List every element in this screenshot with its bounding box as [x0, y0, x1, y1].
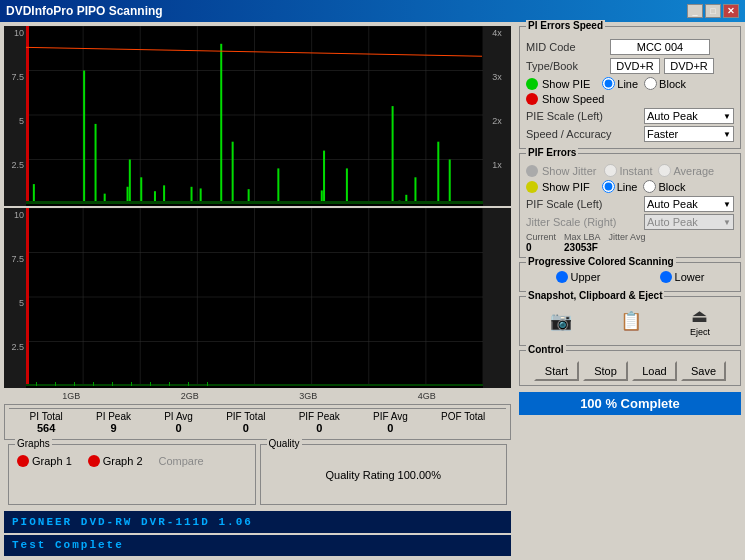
instant-radio: Instant	[604, 164, 652, 177]
progress-bar: 100 % Complete	[519, 392, 741, 415]
graph1-dot	[17, 455, 29, 467]
lower-dot	[660, 271, 672, 283]
pif-errors-section: PIF Errors Show Jitter Instant Average S…	[519, 153, 741, 258]
pif-scale-arrow: ▼	[723, 200, 731, 209]
max-lba-stat: Max LBA 23053F	[564, 232, 601, 253]
pie-right-axis-2x: 2x	[492, 116, 502, 126]
window-controls[interactable]: _ □ ✕	[687, 4, 739, 18]
quality-rating: Quality Rating 100.00%	[325, 469, 441, 481]
snapshot-section: Snapshot, Clipboard & Eject 📷 📋 ⏏ Eject	[519, 296, 741, 346]
prog-scan-section: Progressive Colored Scanning Upper Lower	[519, 262, 741, 292]
pif-y-5: 5	[19, 298, 24, 308]
pie-y-10: 10	[14, 28, 24, 38]
current-label: Current	[526, 232, 556, 242]
show-jitter-label: Show Jitter	[542, 165, 596, 177]
dvd-type-row: DVD+R DVD+R	[610, 58, 714, 74]
eject-button[interactable]: ⏏ Eject	[690, 305, 710, 337]
save-button[interactable]: Save	[681, 361, 726, 381]
upper-dot	[556, 271, 568, 283]
control-title: Control	[526, 344, 566, 355]
average-radio: Average	[658, 164, 714, 177]
show-pif-row: Show PIF Line Block	[526, 180, 734, 193]
pi-avg-label: PI Avg	[164, 411, 193, 422]
show-pif-label: Show PIF	[542, 181, 590, 193]
pie-right-axis-3x: 3x	[492, 72, 502, 82]
x-axis-3gb: 3GB	[299, 391, 317, 401]
window-title: DVDInfoPro PIPO Scanning	[6, 4, 163, 18]
stats-row: Current 0 Max LBA 23053F Jitter Avg	[526, 232, 734, 253]
right-panel: PI Errors Speed MID Code MCC 004 Type/Bo…	[515, 22, 745, 560]
speed-acc-dropdown[interactable]: Faster ▼	[644, 126, 734, 142]
pioneer-display-1: PIONEER DVD-RW DVR-111D 1.06	[4, 511, 511, 532]
x-axis-2gb: 2GB	[181, 391, 199, 401]
type-book-val1: DVD+R	[610, 58, 660, 74]
current-stat: Current 0	[526, 232, 556, 253]
clipboard-button[interactable]: 📋	[620, 310, 642, 332]
pie-scale-row: PIE Scale (Left) Auto Peak ▼	[526, 108, 734, 124]
mid-code-row: MID Code MCC 004	[526, 39, 734, 55]
graphs-label: Graphs	[15, 438, 52, 449]
control-section: Control Start Stop Load Save	[519, 350, 741, 386]
pif-canvas	[4, 208, 511, 386]
jitter-scale-row: Jitter Scale (Right) Auto Peak ▼	[526, 214, 734, 230]
eject-label: Eject	[690, 327, 710, 337]
pie-chart: 4x 3x 2x 1x 10 7.5 5 2.5	[4, 26, 511, 206]
show-pif-checkbox[interactable]: Show PIF	[526, 181, 590, 193]
speed-acc-arrow: ▼	[723, 130, 731, 139]
pie-scale-dropdown[interactable]: Auto Peak ▼	[644, 108, 734, 124]
show-jitter-checkbox: Show Jitter	[526, 165, 596, 177]
pif-scale-dropdown[interactable]: Auto Peak ▼	[644, 196, 734, 212]
type-book-val2: DVD+R	[664, 58, 714, 74]
pif-peak-label: PIF Peak	[299, 411, 340, 422]
mid-code-label: MID Code	[526, 41, 606, 53]
jitter-radio-group: Instant Average	[604, 164, 714, 177]
pie-scale-label: PIE Scale (Left)	[526, 110, 603, 122]
totals-labels: PI Total 564 PI Peak 9 PI Avg 0 PIF Tota…	[9, 408, 506, 436]
lower-item[interactable]: Lower	[660, 271, 705, 283]
pie-scale-arrow: ▼	[723, 112, 731, 121]
max-lba-label: Max LBA	[564, 232, 601, 242]
stop-button[interactable]: Stop	[583, 361, 628, 381]
control-buttons: Start Stop Load Save	[526, 355, 734, 381]
pif-line-radio[interactable]: Line	[602, 180, 638, 193]
pif-block-radio[interactable]: Block	[643, 180, 685, 193]
graph2-item[interactable]: Graph 2	[88, 455, 143, 467]
progress-text: 100 % Complete	[580, 396, 680, 411]
compare-item: Compare	[159, 455, 204, 467]
start-button[interactable]: Start	[534, 361, 579, 381]
upper-label: Upper	[571, 271, 601, 283]
eject-icon: ⏏	[691, 305, 708, 327]
load-button[interactable]: Load	[632, 361, 677, 381]
show-speed-label: Show Speed	[542, 93, 604, 105]
left-panel: 4x 3x 2x 1x 10 7.5 5 2.5 10	[0, 22, 515, 560]
prog-scan-items: Upper Lower	[526, 267, 734, 287]
pioneer-display-2: Test Complete	[4, 535, 511, 556]
speed-acc-label: Speed / Accuracy	[526, 128, 612, 140]
show-speed-row: Show Speed	[526, 93, 734, 105]
pie-y-5: 5	[19, 116, 24, 126]
minimize-button[interactable]: _	[687, 4, 703, 18]
pif-dot-yellow	[526, 181, 538, 193]
upper-item[interactable]: Upper	[556, 271, 601, 283]
quality-label: Quality	[267, 438, 302, 449]
graph1-item[interactable]: Graph 1	[17, 455, 72, 467]
pi-total-label: PI Total	[30, 411, 63, 422]
pie-radio-group: Line Block	[602, 77, 686, 90]
pie-line-radio[interactable]: Line	[602, 77, 638, 90]
speed-acc-row: Speed / Accuracy Faster ▼	[526, 126, 734, 142]
charts-container: 4x 3x 2x 1x 10 7.5 5 2.5 10	[4, 26, 511, 388]
pie-block-radio[interactable]: Block	[644, 77, 686, 90]
speed-dot-red	[526, 93, 538, 105]
clipboard-icon: 📋	[620, 310, 642, 332]
graph2-label: Graph 2	[103, 455, 143, 467]
camera-button[interactable]: 📷	[550, 310, 572, 332]
jitter-scale-dropdown: Auto Peak ▼	[644, 214, 734, 230]
show-speed-checkbox[interactable]: Show Speed	[526, 93, 604, 105]
show-pie-checkbox[interactable]: Show PIE	[526, 78, 590, 90]
compare-label: Compare	[159, 455, 204, 467]
show-pie-row: Show PIE Line Block	[526, 77, 734, 90]
graph1-label: Graph 1	[32, 455, 72, 467]
maximize-button[interactable]: □	[705, 4, 721, 18]
close-button[interactable]: ✕	[723, 4, 739, 18]
pi-peak-value: 9	[96, 422, 131, 434]
